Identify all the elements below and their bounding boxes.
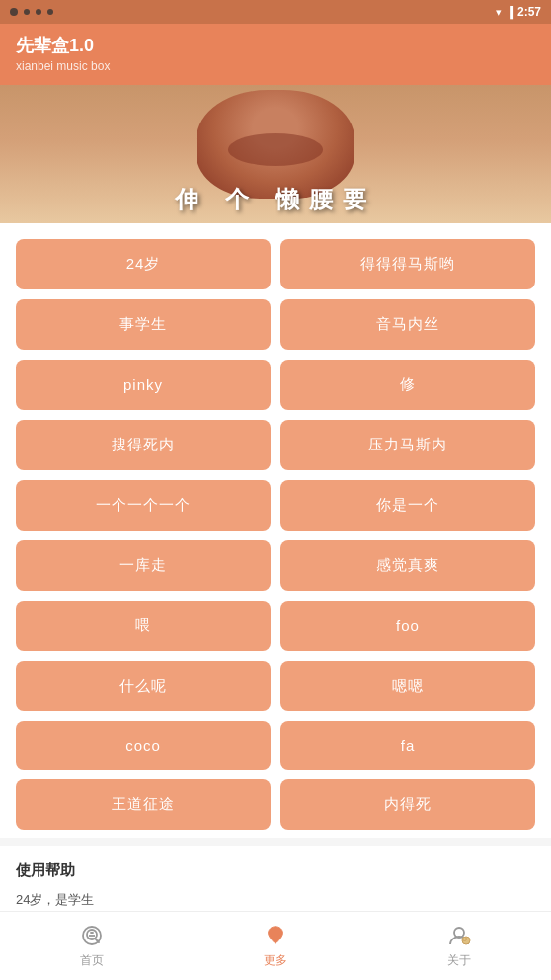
music-button-16[interactable]: 嗯嗯 <box>280 661 535 711</box>
nav-label-about: 关于 <box>447 952 471 969</box>
music-button-13[interactable]: 喂 <box>16 601 271 651</box>
svg-point-8 <box>463 938 467 941</box>
face-shape <box>197 90 354 199</box>
music-button-4[interactable]: 音马内丝 <box>280 299 535 350</box>
nav-item-about[interactable]: 关于 <box>446 923 472 969</box>
home-icon <box>79 923 105 948</box>
help-line: 24岁，是学生 <box>16 888 535 911</box>
svg-line-5 <box>96 939 99 942</box>
music-button-9[interactable]: 一个一个一个 <box>16 480 271 531</box>
status-bar: ▾ ▐ 2:57 <box>0 0 551 24</box>
help-title: 使用帮助 <box>16 861 535 880</box>
status-time: 2:57 <box>517 5 541 19</box>
signal-icon: ▐ <box>506 6 513 18</box>
music-button-8[interactable]: 压力马斯内 <box>280 420 535 470</box>
music-button-18[interactable]: fa <box>280 721 535 770</box>
music-button-11[interactable]: 一库走 <box>16 540 271 591</box>
nav-item-more[interactable]: 更多 <box>263 923 288 969</box>
bottom-nav: 首页 更多 关于 <box>0 911 551 980</box>
meme-face <box>197 90 354 199</box>
music-button-2[interactable]: 得得得马斯哟 <box>280 239 535 289</box>
music-button-6[interactable]: 修 <box>280 360 535 410</box>
music-button-3[interactable]: 事学生 <box>16 299 271 350</box>
music-button-17[interactable]: coco <box>16 721 271 770</box>
music-button-10[interactable]: 你是一个 <box>280 480 535 531</box>
status-dot-2 <box>24 9 30 15</box>
wifi-icon: ▾ <box>496 6 502 19</box>
status-dot-4 <box>47 9 53 15</box>
music-button-12[interactable]: 感觉真爽 <box>280 540 535 591</box>
app-title: 先辈盒1.0 <box>16 34 535 57</box>
nav-item-home[interactable]: 首页 <box>79 923 105 969</box>
music-button-20[interactable]: 内得死 <box>280 779 535 830</box>
app-subtitle: xianbei music box <box>16 59 535 73</box>
buttons-grid: 24岁得得得马斯哟事学生音马内丝pinky修搜得死内压力马斯内一个一个一个你是一… <box>16 239 535 830</box>
music-button-7[interactable]: 搜得死内 <box>16 420 271 470</box>
banner-image: 伸 个 懒腰要 <box>0 85 551 223</box>
status-right-icons: ▾ ▐ 2:57 <box>496 5 541 19</box>
music-button-15[interactable]: 什么呢 <box>16 661 271 711</box>
app-header: 先辈盒1.0 xianbei music box <box>0 24 551 85</box>
music-button-5[interactable]: pinky <box>16 360 271 410</box>
more-icon <box>263 923 288 948</box>
nav-label-more: 更多 <box>264 952 287 969</box>
about-icon <box>446 923 472 948</box>
status-left-icons <box>10 8 53 16</box>
music-button-14[interactable]: foo <box>280 601 535 651</box>
status-dot-3 <box>36 9 41 15</box>
music-button-19[interactable]: 王道征途 <box>16 779 271 830</box>
status-dot-1 <box>10 8 18 16</box>
banner-text: 伸 个 懒腰要 <box>0 184 551 215</box>
music-button-1[interactable]: 24岁 <box>16 239 271 289</box>
nav-label-home: 首页 <box>80 952 104 969</box>
buttons-section: 24岁得得得马斯哟事学生音马内丝pinky修搜得死内压力马斯内一个一个一个你是一… <box>0 223 551 838</box>
